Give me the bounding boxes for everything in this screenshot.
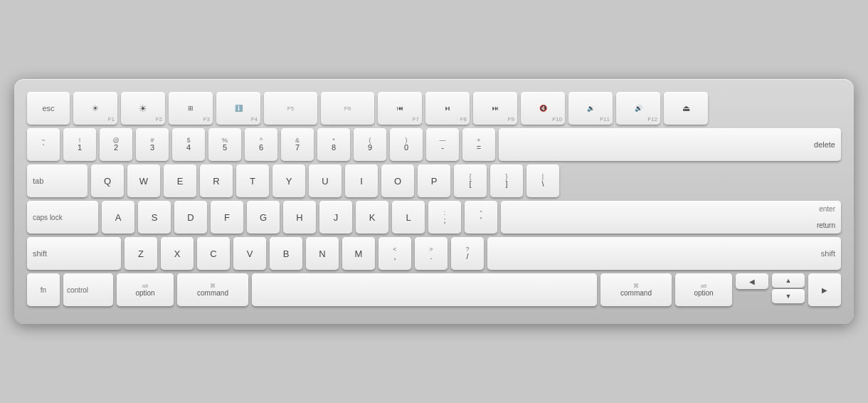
key-eject[interactable]: ⏏: [664, 92, 708, 125]
key-f2[interactable]: ☀ F2: [121, 92, 165, 125]
key-capslock[interactable]: caps lock: [27, 201, 98, 234]
key-f1[interactable]: ☀ F1: [73, 92, 117, 125]
key-2[interactable]: @ 2: [100, 128, 132, 161]
key-shift-right[interactable]: shift: [487, 237, 841, 270]
key-f4[interactable]: ℹ️ F4: [216, 92, 260, 125]
key-e[interactable]: E: [164, 164, 196, 197]
key-6[interactable]: ^ 6: [245, 128, 277, 161]
key-p[interactable]: P: [418, 164, 450, 197]
key-space[interactable]: [252, 273, 597, 306]
key-arrow-right[interactable]: ▶: [808, 273, 841, 306]
key-j[interactable]: J: [319, 201, 352, 234]
key-5[interactable]: % 5: [208, 128, 241, 161]
key-z[interactable]: Z: [125, 237, 157, 270]
arrow-up-down: ▲ ▼: [772, 273, 805, 306]
key-arrow-up[interactable]: ▲: [772, 273, 805, 288]
key-fn[interactable]: fn: [27, 273, 60, 306]
key-d[interactable]: D: [174, 201, 207, 234]
qwerty-row: tab Q W E R T Y U I O P { [ } ] | \: [27, 164, 841, 197]
key-s[interactable]: S: [138, 201, 171, 234]
key-t[interactable]: T: [236, 164, 269, 197]
key-control[interactable]: control: [63, 273, 113, 306]
key-f11[interactable]: 🔉 F11: [568, 92, 613, 125]
key-option-left[interactable]: alt option: [117, 273, 174, 306]
key-comma[interactable]: < ,: [379, 237, 411, 270]
key-backtick[interactable]: ~ `: [27, 128, 60, 161]
key-semicolon[interactable]: : ;: [428, 201, 461, 234]
key-i[interactable]: I: [345, 164, 378, 197]
key-arrow-left[interactable]: ◀: [736, 273, 768, 289]
key-slash[interactable]: ? /: [451, 237, 484, 270]
key-0[interactable]: ) 0: [390, 128, 423, 161]
key-f5[interactable]: F5: [264, 92, 317, 125]
key-l[interactable]: L: [392, 201, 425, 234]
bottom-row: fn control alt option ⌘ command ⌘ comman…: [27, 273, 841, 306]
key-q[interactable]: Q: [91, 164, 124, 197]
key-1[interactable]: ! 1: [63, 128, 96, 161]
keyboard: esc ☀ F1 ☀ F2 ⊞ F3 ℹ️ F4 F5 F6: [14, 79, 854, 324]
key-arrow-down[interactable]: ▼: [772, 289, 805, 303]
key-h[interactable]: H: [283, 201, 316, 234]
key-o[interactable]: O: [381, 164, 414, 197]
asdf-row: caps lock A S D F G H J K L : ; " ' ente…: [27, 201, 841, 234]
key-4[interactable]: $ 4: [172, 128, 205, 161]
key-option-right[interactable]: alt option: [675, 273, 732, 306]
key-f10[interactable]: 🔇 F10: [521, 92, 565, 125]
arrow-top: ◀ ▲ ▼ ▶: [736, 273, 841, 306]
key-v[interactable]: V: [233, 237, 266, 270]
key-f[interactable]: F: [211, 201, 243, 234]
key-g[interactable]: G: [247, 201, 280, 234]
key-command-right[interactable]: ⌘ command: [600, 273, 672, 306]
key-f6[interactable]: F6: [321, 92, 374, 125]
key-enter[interactable]: enter return: [501, 201, 841, 234]
key-f7[interactable]: ⏮ F7: [378, 92, 422, 125]
key-f12[interactable]: 🔊 F12: [616, 92, 660, 125]
key-f8[interactable]: ⏯ F8: [425, 92, 470, 125]
key-equals[interactable]: + =: [462, 128, 495, 161]
fn-row: esc ☀ F1 ☀ F2 ⊞ F3 ℹ️ F4 F5 F6: [27, 92, 841, 125]
key-n[interactable]: N: [306, 237, 339, 270]
key-x[interactable]: X: [161, 237, 194, 270]
key-a[interactable]: A: [102, 201, 134, 234]
key-rbracket[interactable]: } ]: [490, 164, 523, 197]
key-c[interactable]: C: [197, 237, 230, 270]
key-u[interactable]: U: [309, 164, 342, 197]
key-lbracket[interactable]: { [: [454, 164, 487, 197]
arrow-cluster: ◀ ▲ ▼ ▶: [736, 273, 841, 306]
number-row: ~ ` ! 1 @ 2 # 3 $ 4 % 5 ^ 6 & 7: [27, 128, 841, 161]
key-w[interactable]: W: [127, 164, 160, 197]
key-9[interactable]: ( 9: [354, 128, 386, 161]
key-command-left[interactable]: ⌘ command: [177, 273, 248, 306]
zxcv-row: shift Z X C V B N M < , > . ? / shift: [27, 237, 841, 270]
key-r[interactable]: R: [200, 164, 233, 197]
key-7[interactable]: & 7: [281, 128, 314, 161]
key-backslash[interactable]: | \: [526, 164, 559, 197]
key-k[interactable]: K: [356, 201, 388, 234]
key-delete[interactable]: delete: [499, 128, 841, 161]
key-f3[interactable]: ⊞ F3: [169, 92, 213, 125]
key-b[interactable]: B: [270, 237, 302, 270]
key-f9[interactable]: ⏭ F9: [473, 92, 517, 125]
key-8[interactable]: * 8: [317, 128, 350, 161]
key-quote[interactable]: " ': [465, 201, 497, 234]
key-m[interactable]: M: [342, 237, 375, 270]
key-esc[interactable]: esc: [27, 92, 70, 125]
key-period[interactable]: > .: [415, 237, 448, 270]
key-minus[interactable]: — -: [426, 128, 459, 161]
key-tab[interactable]: tab: [27, 164, 88, 197]
key-3[interactable]: # 3: [136, 128, 169, 161]
key-shift-left[interactable]: shift: [27, 237, 121, 270]
key-y[interactable]: Y: [272, 164, 305, 197]
